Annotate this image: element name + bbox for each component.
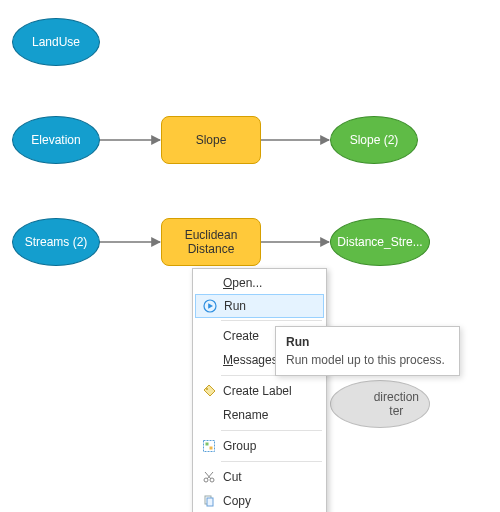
node-label: Euclidean Distance (185, 228, 238, 257)
node-label: direction ter (374, 390, 419, 419)
node-landuse[interactable]: LandUse (12, 18, 100, 66)
tooltip-run: Run Run model up to this process. (275, 326, 460, 376)
menu-item-label: Copy (223, 494, 318, 508)
menu-item-label: Group (223, 439, 318, 453)
context-menu: Open... Run Create Messages Create Label… (192, 268, 327, 512)
svg-rect-8 (210, 447, 213, 450)
node-slope-out[interactable]: Slope (2) (330, 116, 418, 164)
menu-item-label: Create Label (223, 384, 318, 398)
node-label: Slope (2) (350, 133, 399, 147)
menu-item-create-label[interactable]: Create Label (195, 379, 324, 403)
node-distance-out[interactable]: Distance_Stre... (330, 218, 430, 266)
node-label: Distance_Stre... (337, 235, 422, 249)
svg-rect-7 (206, 443, 209, 446)
svg-rect-6 (204, 441, 215, 452)
menu-item-open[interactable]: Open... (195, 271, 324, 295)
menu-item-cut[interactable]: Cut (195, 465, 324, 489)
node-elevation[interactable]: Elevation (12, 116, 100, 164)
node-label: Slope (196, 133, 227, 147)
model-canvas[interactable]: LandUse Elevation Slope Slope (2) Stream… (0, 0, 500, 512)
node-label: Elevation (31, 133, 80, 147)
tooltip-title: Run (286, 335, 449, 349)
menu-item-run[interactable]: Run (195, 294, 324, 318)
copy-icon (199, 493, 219, 509)
tooltip-body: Run model up to this process. (286, 353, 449, 367)
blank-icon (199, 407, 219, 423)
menu-item-copy[interactable]: Copy (195, 489, 324, 512)
svg-rect-14 (207, 498, 213, 506)
menu-item-label: Rename (223, 408, 318, 422)
tool-euclidean-distance[interactable]: Euclidean Distance (161, 218, 261, 266)
menu-item-group[interactable]: Group (195, 434, 324, 458)
play-icon (200, 298, 220, 314)
menu-item-label: Run (224, 299, 317, 313)
node-output-direction[interactable]: direction ter (330, 380, 430, 428)
menu-separator (221, 430, 322, 431)
label-icon (199, 383, 219, 399)
group-icon (199, 438, 219, 454)
node-streams[interactable]: Streams (2) (12, 218, 100, 266)
menu-separator (221, 320, 322, 321)
menu-item-label: Open... (223, 276, 318, 290)
node-label: Streams (2) (25, 235, 88, 249)
blank-icon (199, 352, 219, 368)
tool-slope[interactable]: Slope (161, 116, 261, 164)
menu-separator (221, 461, 322, 462)
blank-icon (199, 275, 219, 291)
menu-item-label: Cut (223, 470, 318, 484)
menu-item-rename[interactable]: Rename (195, 403, 324, 427)
node-label: LandUse (32, 35, 80, 49)
blank-icon (199, 328, 219, 344)
scissors-icon (199, 469, 219, 485)
svg-point-5 (206, 388, 208, 390)
